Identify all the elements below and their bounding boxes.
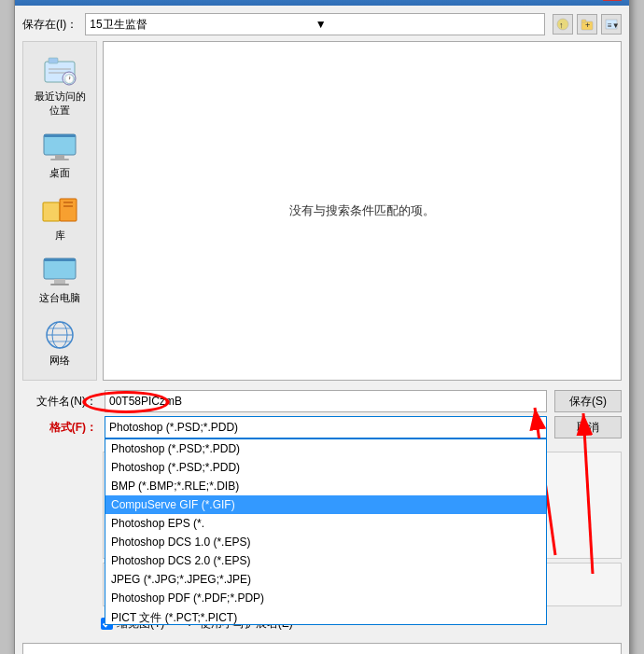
sidebar-item-network[interactable]: 网络 [26,313,93,372]
format-option-5[interactable]: Photoshop DCS 1.0 (*.EPS) [105,533,546,551]
sidebar-network-label: 网络 [49,354,70,368]
location-value: 15卫生监督 [90,17,315,33]
format-row: 格式(F)： Photoshop (*.PSD;*.PDD) ▼ Photosh… [22,416,622,438]
svg-rect-19 [43,202,60,221]
save-as-dialog: Ps 保存为 ✕ 保存在(I)： 15卫生监督 ▼ [14,0,630,654]
sidebar-item-recent[interactable]: 🕐 最近访问的位置 [26,49,93,122]
sidebar-computer-label: 这台电脑 [39,291,80,305]
svg-rect-15 [44,134,76,155]
recent-icon: 🕐 [41,54,78,88]
filename-input[interactable] [105,390,547,412]
cancel-button[interactable]: 取消 [554,416,622,438]
svg-text:≡▼: ≡▼ [608,21,618,30]
format-option-0[interactable]: Photoshop (*.PSD;*.PDD) [105,439,546,458]
location-icons: ↑ + ≡▼ [553,14,622,35]
format-option-8[interactable]: Photoshop PDF (*.PDF;*.PDP) [105,589,546,607]
location-dropdown-arrow: ▼ [315,18,540,31]
sidebar-item-library[interactable]: 库 [26,188,93,247]
sidebar-library-label: 库 [55,229,65,243]
format-option-7[interactable]: JPEG (*.JPG;*.JPEG;*.JPE) [105,570,546,589]
svg-rect-17 [55,155,64,159]
form-area: 文件名(N)： 保存(S) 格式(F)： Photoshop (*.PSD;*.… [22,386,622,442]
views-button[interactable]: ≡▼ [601,14,622,35]
svg-rect-16 [44,134,76,137]
sidebar-recent-label: 最近访问的位置 [31,90,89,118]
create-folder-button[interactable]: + [577,14,597,35]
desktop-icon [41,131,78,164]
format-option-1[interactable]: Photoshop (*.PSD;*.PDD) [105,458,546,477]
svg-rect-25 [54,279,65,284]
format-option-6[interactable]: Photoshop DCS 2.0 (*.EPS) [105,551,546,570]
back-button[interactable]: ↑ [553,14,573,35]
location-bar: 保存在(I)： 15卫生监督 ▼ ↑ [22,13,622,35]
sidebar-desktop-label: 桌面 [49,166,70,180]
format-current-value: Photoshop (*.PSD;*.PDD) [109,421,238,434]
svg-rect-10 [49,58,58,63]
format-dropdown-list[interactable]: Photoshop (*.PSD;*.PDD)Photoshop (*.PSD;… [105,438,547,625]
filename-label: 文件名(N)： [22,394,97,410]
filename-row: 文件名(N)： 保存(S) [22,390,622,412]
location-label: 保存在(I)： [22,17,77,33]
save-button[interactable]: 保存(S) [554,390,622,412]
bottom-text-area[interactable] [22,643,622,654]
svg-rect-18 [50,159,69,160]
svg-text:+: + [585,21,590,30]
sidebar: 🕐 最近访问的位置 桌面 [22,41,97,381]
new-folder-icon: + [581,18,594,31]
file-list-area: 没有与搜索条件匹配的项。 [103,41,622,381]
library-icon [41,193,78,227]
format-option-9[interactable]: PICT 文件 (*.PCT;*.PICT) [105,607,546,625]
format-dropdown-wrapper: Photoshop (*.PSD;*.PDD) ▼ Photoshop (*.P… [105,416,547,438]
views-icon: ≡▼ [605,18,618,31]
svg-rect-23 [44,258,76,279]
svg-rect-24 [44,258,76,261]
empty-message: 没有与搜索条件匹配的项。 [289,202,435,219]
sidebar-item-desktop[interactable]: 桌面 [26,126,93,185]
location-dropdown[interactable]: 15卫生监督 ▼ [85,13,545,35]
format-option-3[interactable]: CompuServe GIF (*.GIF) [105,495,546,514]
sidebar-item-computer[interactable]: 这台电脑 [26,251,93,310]
svg-rect-26 [50,284,69,285]
format-dropdown-arrow: ▼ [533,423,542,433]
main-area: 🕐 最近访问的位置 桌面 [22,41,622,381]
format-dropdown[interactable]: Photoshop (*.PSD;*.PDD) ▼ [105,416,547,438]
format-option-2[interactable]: BMP (*.BMP;*.RLE;*.DIB) [105,477,546,495]
close-button[interactable]: ✕ [603,0,622,1]
svg-text:↑: ↑ [559,21,564,30]
back-icon: ↑ [556,18,569,31]
format-label: 格式(F)： [22,420,97,436]
format-option-4[interactable]: Photoshop EPS (*. [105,514,546,533]
network-icon [41,318,78,352]
computer-icon [41,256,78,289]
svg-text:🕐: 🕐 [63,73,76,85]
dialog-body: 保存在(I)： 15卫生监督 ▼ ↑ [15,6,629,654]
